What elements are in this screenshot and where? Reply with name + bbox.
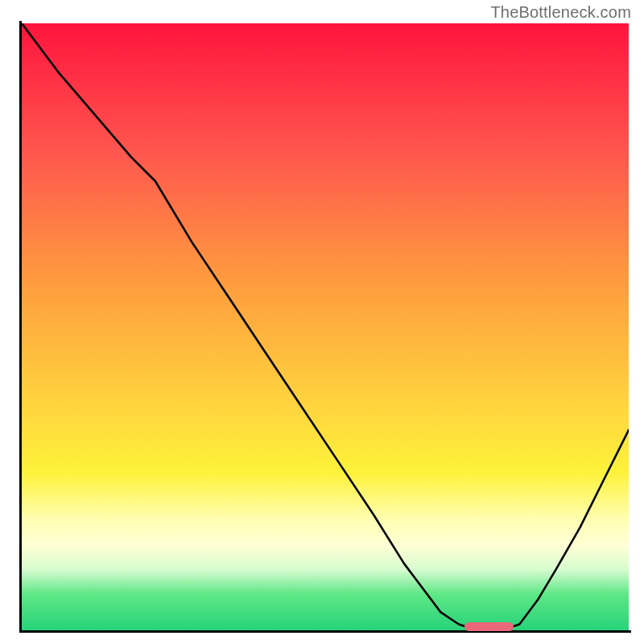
chart-container: TheBottleneck.com (0, 0, 644, 644)
plot-frame (19, 21, 631, 633)
optimum-marker (464, 622, 513, 631)
bottleneck-curve (22, 23, 629, 630)
watermark-label: TheBottleneck.com (490, 3, 631, 22)
